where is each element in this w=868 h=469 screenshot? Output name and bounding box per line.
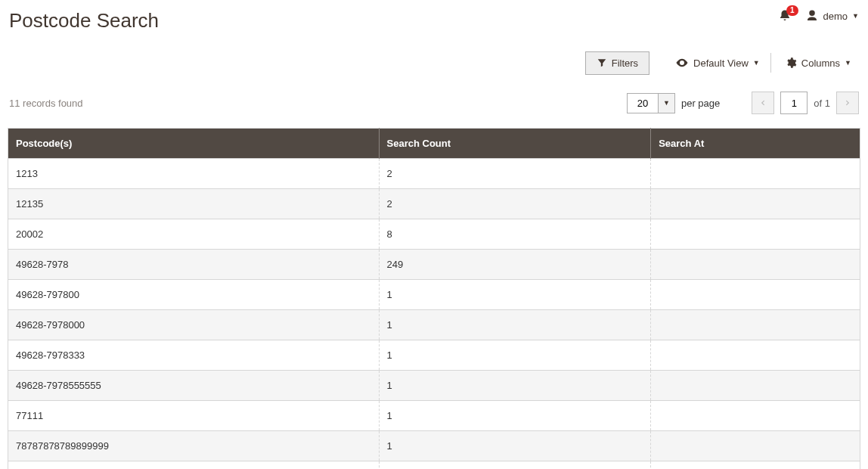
per-page-input[interactable] — [628, 94, 658, 113]
cell-count: 2 — [379, 159, 651, 189]
page-title: Postcode Search — [9, 9, 159, 33]
cell-at — [651, 159, 860, 189]
chevron-left-icon — [759, 99, 767, 107]
cell-postcode: 20002 — [8, 219, 380, 250]
cell-at — [651, 401, 860, 431]
caret-down-icon: ▼ — [845, 59, 851, 67]
cell-count: 1 — [379, 280, 651, 310]
table-row[interactable]: 49628-79783331 — [8, 340, 860, 371]
default-view-button[interactable]: Default View ▼ — [668, 51, 767, 75]
caret-down-icon: ▼ — [663, 99, 670, 107]
cell-at — [651, 310, 860, 340]
cell-at — [651, 371, 860, 401]
table-row[interactable]: 200028 — [8, 219, 860, 250]
notification-badge: 1 — [786, 5, 798, 16]
columns-label: Columns — [801, 57, 840, 69]
prev-page-button[interactable] — [752, 92, 774, 114]
cell-postcode: 49628-7978333 — [8, 340, 380, 371]
per-page-label: per page — [681, 98, 720, 109]
table-row[interactable]: 787878787898999991 — [8, 431, 860, 461]
funnel-icon — [597, 57, 607, 68]
cell-postcode: 12135 — [8, 189, 380, 219]
postcode-table: Postcode(s) Search Count Search At 12132… — [8, 128, 860, 469]
table-row[interactable]: 49628-7978249 — [8, 250, 860, 280]
notifications-button[interactable]: 1 — [778, 9, 792, 23]
per-page-select[interactable]: ▼ — [627, 93, 675, 113]
next-page-button[interactable] — [836, 92, 859, 114]
default-view-label: Default View — [693, 57, 749, 69]
cell-postcode: 1213 — [8, 159, 380, 189]
cell-count: 249 — [379, 250, 651, 280]
cell-postcode: 95337 — [8, 461, 380, 470]
page-input[interactable] — [780, 92, 808, 114]
gear-icon — [785, 57, 797, 69]
table-row[interactable]: 771111 — [8, 401, 860, 431]
cell-count: 1 — [379, 461, 651, 470]
table-row[interactable]: 12132 — [8, 159, 860, 189]
table-header-row: Postcode(s) Search Count Search At — [8, 129, 860, 159]
caret-down-icon: ▼ — [753, 59, 760, 67]
table-row[interactable]: 49628-79780001 — [8, 310, 860, 340]
table-row[interactable]: 49628-79785555551 — [8, 371, 860, 401]
cell-count: 8 — [379, 219, 651, 250]
cell-postcode: 49628-7978555555 — [8, 371, 380, 401]
records-found-text: 11 records found — [9, 98, 83, 109]
avatar-icon — [805, 9, 819, 23]
caret-down-icon: ▼ — [852, 12, 859, 20]
col-header-postcode[interactable]: Postcode(s) — [8, 129, 380, 159]
cell-at — [651, 340, 860, 371]
col-header-search-count[interactable]: Search Count — [379, 129, 651, 159]
cell-count: 2 — [379, 189, 651, 219]
page-of-label: of 1 — [814, 98, 830, 109]
chevron-right-icon — [844, 99, 851, 107]
cell-count: 1 — [379, 340, 651, 371]
cell-count: 1 — [379, 371, 651, 401]
table-row[interactable]: 49628-7978001 — [8, 280, 860, 310]
cell-count: 1 — [379, 431, 651, 461]
cell-postcode: 49628-7978000 — [8, 310, 380, 340]
cell-count: 1 — [379, 310, 651, 340]
cell-postcode: 78787878789899999 — [8, 431, 380, 461]
cell-at — [651, 280, 860, 310]
columns-button[interactable]: Columns ▼ — [777, 51, 859, 74]
filters-label: Filters — [612, 57, 638, 69]
table-row[interactable]: 121352 — [8, 189, 860, 219]
col-header-search-at[interactable]: Search At — [651, 129, 860, 159]
table-row[interactable]: 953371 — [8, 461, 860, 470]
cell-postcode: 49628-7978 — [8, 250, 380, 280]
cell-count: 1 — [379, 401, 651, 431]
cell-postcode: 77111 — [8, 401, 380, 431]
cell-at — [651, 219, 860, 250]
cell-at — [651, 431, 860, 461]
filters-button[interactable]: Filters — [585, 51, 649, 75]
account-name: demo — [823, 11, 848, 22]
account-menu[interactable]: demo ▼ — [805, 9, 859, 23]
per-page-dropdown-button[interactable]: ▼ — [658, 94, 674, 113]
cell-at — [651, 461, 860, 470]
cell-at — [651, 189, 860, 219]
eye-icon — [675, 56, 689, 70]
toolbar-separator — [770, 53, 771, 73]
cell-at — [651, 250, 860, 280]
cell-postcode: 49628-797800 — [8, 280, 380, 310]
